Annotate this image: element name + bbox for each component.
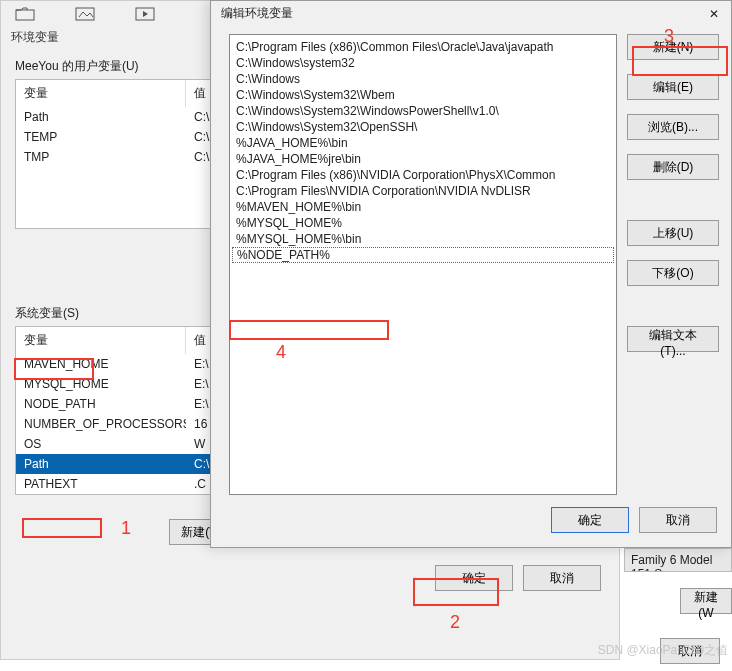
var-name: NUMBER_OF_PROCESSORS [16, 414, 186, 434]
cancel-button[interactable]: 取消 [639, 507, 717, 533]
var-name: MYSQL_HOME [16, 374, 186, 394]
var-name: NODE_PATH [16, 394, 186, 414]
list-item[interactable]: %JAVA_HOME%jre\bin [230, 151, 616, 167]
list-item[interactable]: %JAVA_HOME%\bin [230, 135, 616, 151]
list-item[interactable]: %MAVEN_HOME%\bin [230, 199, 616, 215]
move-up-button[interactable]: 上移(U) [627, 220, 719, 246]
var-name: Path [16, 454, 186, 474]
list-item[interactable]: %MYSQL_HOME%\bin [230, 231, 616, 247]
edit-env-var-dialog: 编辑环境变量 ✕ C:\Program Files (x86)\Common F… [210, 0, 732, 548]
play-folder-icon [135, 7, 155, 21]
path-list[interactable]: C:\Program Files (x86)\Common Files\Orac… [229, 34, 617, 495]
var-name: OS [16, 434, 186, 454]
list-item[interactable]: C:\Windows\System32\Wbem [230, 87, 616, 103]
edit-text-button[interactable]: 编辑文本(T)... [627, 326, 719, 352]
list-item[interactable]: C:\Windows\system32 [230, 55, 616, 71]
back-cancel-button[interactable]: 取消 [523, 565, 601, 591]
new-button[interactable]: 新建(N) [627, 34, 719, 60]
footer-cancel-fragment: 取消 [660, 638, 720, 664]
col-header-var[interactable]: 变量 [16, 80, 186, 107]
var-name: Path [16, 107, 186, 127]
list-item[interactable]: C:\Windows\System32\WindowsPowerShell\v1… [230, 103, 616, 119]
list-item[interactable]: C:\Windows [230, 71, 616, 87]
list-item[interactable]: C:\Program Files\NVIDIA Corporation\NVID… [230, 183, 616, 199]
move-down-button[interactable]: 下移(O) [627, 260, 719, 286]
ok-button[interactable]: 确定 [551, 507, 629, 533]
back-ok-button[interactable]: 确定 [435, 565, 513, 591]
svg-rect-0 [16, 10, 34, 20]
var-name: TMP [16, 147, 186, 167]
var-name: PATHEXT [16, 474, 186, 494]
var-name: MAVEN_HOME [16, 354, 186, 374]
cpu-family-row: Family 6 Model 151 S [624, 548, 732, 572]
col-header-var[interactable]: 变量 [16, 327, 186, 354]
list-item[interactable]: C:\Program Files (x86)\Common Files\Orac… [230, 39, 616, 55]
browse-button[interactable]: 浏览(B)... [627, 114, 719, 140]
new-button-fragment[interactable]: 新建(W [680, 588, 732, 614]
delete-button[interactable]: 删除(D) [627, 154, 719, 180]
dialog-title: 编辑环境变量 [221, 5, 293, 22]
edit-button[interactable]: 编辑(E) [627, 74, 719, 100]
var-name: TEMP [16, 127, 186, 147]
list-item[interactable]: %MYSQL_HOME% [230, 215, 616, 231]
svg-marker-3 [143, 11, 148, 17]
footer-new-fragment: 新建(W [680, 588, 732, 614]
image-icon [75, 7, 95, 21]
list-item[interactable]: C:\Program Files (x86)\NVIDIA Corporatio… [230, 167, 616, 183]
list-item[interactable]: C:\Windows\System32\OpenSSH\ [230, 119, 616, 135]
list-item[interactable]: %NODE_PATH% [232, 247, 614, 263]
close-icon[interactable]: ✕ [703, 7, 725, 21]
folder-icon [15, 7, 35, 21]
cancel-button-fragment[interactable]: 取消 [660, 638, 720, 664]
